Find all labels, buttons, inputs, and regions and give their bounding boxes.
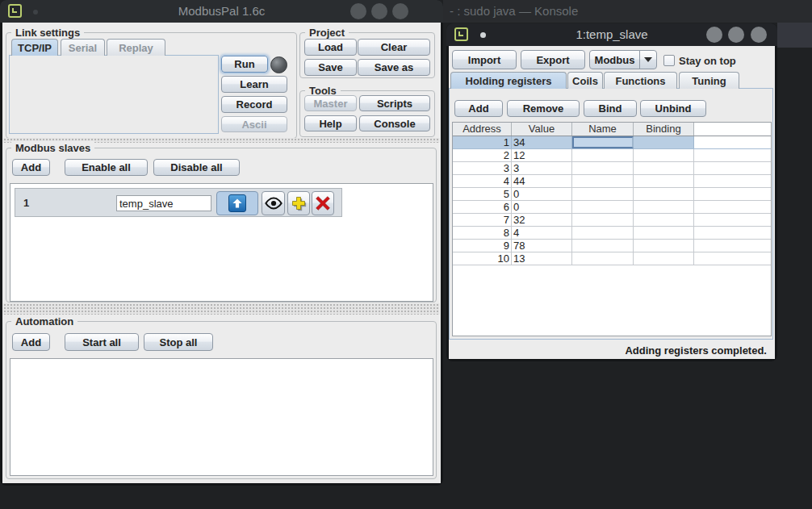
column-header-name[interactable]: Name [572,123,634,136]
column-header-address[interactable]: Address [453,123,512,136]
register-unbind-button[interactable]: Unbind [640,100,706,117]
table-cell[interactable] [634,188,694,200]
table-cell[interactable] [572,175,634,187]
register-add-button[interactable]: Add [454,100,503,117]
table-cell[interactable]: 12 [512,149,572,161]
tab-tcpip[interactable]: TCP/IP [11,39,58,56]
table-cell[interactable] [572,162,634,174]
table-cell[interactable]: 0 [512,201,572,213]
learn-button[interactable]: Learn [221,76,287,93]
slave-delete-button[interactable] [312,191,334,215]
slave-view-button[interactable] [262,191,285,215]
table-cell[interactable] [572,227,634,239]
table-cell[interactable]: 10 [453,252,512,265]
mode-combobox[interactable]: Modbus [589,50,640,69]
table-cell[interactable] [572,240,634,252]
table-cell[interactable]: 8 [453,227,512,239]
table-cell[interactable] [634,162,694,174]
console-button[interactable]: Console [359,115,430,131]
table-cell[interactable]: 13 [512,252,572,265]
table-row[interactable]: 212 [453,149,771,162]
table-cell[interactable]: 44 [512,175,572,187]
export-button[interactable]: Export [521,50,585,69]
table-row[interactable]: 978 [453,240,771,252]
save-as-button[interactable]: Save as [358,59,430,76]
table-cell[interactable]: 9 [453,240,512,252]
tab-holding-registers[interactable]: Holding registers [450,72,567,89]
help-button[interactable]: Help [304,115,357,131]
enable-all-button[interactable]: Enable all [65,159,148,176]
modbuspal-titlebar[interactable]: ModbusPal 1.6c [0,0,443,23]
clear-button[interactable]: Clear [358,39,430,56]
load-button[interactable]: Load [304,39,357,56]
run-button[interactable]: Run [221,56,268,73]
register-bind-button[interactable]: Bind [584,100,637,117]
table-cell[interactable] [634,240,694,252]
slave-name-input[interactable] [116,195,211,211]
table-row[interactable]: 33 [453,162,771,175]
table-cell[interactable] [634,214,694,226]
minimize-button[interactable] [706,27,722,43]
table-cell[interactable] [634,227,694,239]
column-header-value[interactable]: Value [512,123,572,136]
minimize-button[interactable] [350,3,366,19]
table-cell[interactable]: 78 [512,240,572,252]
slave-add-button[interactable]: Add [12,159,50,176]
table-row[interactable]: 50 [453,188,771,201]
close-button[interactable] [751,27,767,43]
table-cell[interactable]: 4 [512,227,572,239]
tab-tuning[interactable]: Tuning [679,72,739,89]
table-cell[interactable] [634,136,694,148]
record-button[interactable]: Record [221,96,287,113]
table-row[interactable]: 732 [453,214,771,227]
table-cell[interactable]: 7 [453,214,512,226]
konsole-titlebar[interactable]: - : sudo java — Konsole [443,0,812,23]
tab-coils[interactable]: Coils [567,72,603,89]
table-cell[interactable]: 34 [512,136,572,148]
table-row[interactable]: 134 [453,136,771,149]
register-remove-button[interactable]: Remove [507,100,580,117]
tab-functions[interactable]: Functions [604,72,677,89]
table-cell[interactable] [572,214,634,226]
start-all-button[interactable]: Start all [65,333,139,351]
disable-all-button[interactable]: Disable all [153,159,240,176]
stay-on-top-checkbox[interactable] [663,55,675,66]
table-cell[interactable]: 0 [512,188,572,200]
slave-add-function-button[interactable] [287,191,310,215]
table-cell[interactable]: 5 [453,188,512,200]
table-cell[interactable] [634,175,694,187]
scripts-button[interactable]: Scripts [359,95,430,111]
tab-replay[interactable]: Replay [107,39,165,56]
table-cell[interactable]: 2 [453,149,512,161]
slave-enable-toggle[interactable] [216,191,258,215]
table-cell[interactable]: 6 [453,201,512,213]
table-cell[interactable] [572,252,634,265]
save-button[interactable]: Save [304,59,357,76]
split-divider[interactable] [3,303,440,315]
table-cell[interactable] [572,149,634,161]
table-cell[interactable] [634,201,694,213]
slave-row[interactable]: 1 [15,188,342,217]
column-header-binding[interactable]: Binding [634,123,694,136]
table-cell[interactable]: 3 [453,162,512,174]
table-cell[interactable]: 3 [512,162,572,174]
maximize-button[interactable] [728,27,744,43]
import-button[interactable]: Import [452,50,517,69]
table-cell[interactable]: 1 [453,136,512,148]
close-button[interactable] [392,3,408,19]
table-row[interactable]: 84 [453,227,771,240]
automation-add-button[interactable]: Add [12,333,50,351]
table-cell[interactable] [634,149,694,161]
table-cell[interactable]: 32 [512,214,572,226]
table-row[interactable]: 444 [453,175,771,188]
maximize-button[interactable] [371,3,387,19]
combobox-arrow-button[interactable] [639,50,657,69]
tab-serial[interactable]: Serial [61,39,105,56]
table-row[interactable]: 60 [453,201,771,214]
slave-titlebar[interactable]: 1:temp_slave [446,23,777,46]
stop-all-button[interactable]: Stop all [144,333,213,351]
table-cell[interactable] [572,136,634,148]
table-cell[interactable]: 4 [453,175,512,187]
table-row[interactable]: 1013 [453,252,771,265]
table-cell[interactable] [572,201,634,213]
